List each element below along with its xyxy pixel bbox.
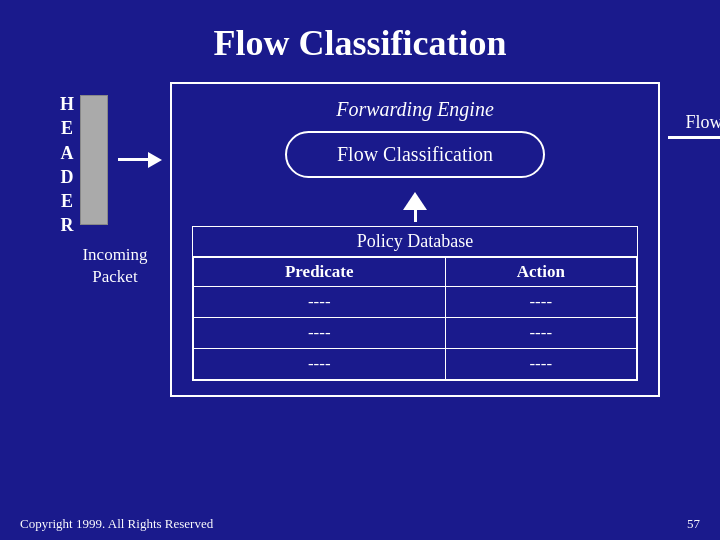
table-row: -------- [194,318,637,349]
policy-database: Policy Database Predicate Action -------… [192,226,638,381]
cell-r0-c1: ---- [445,287,636,318]
cell-r1-c0: ---- [194,318,446,349]
header-letter-d: D [61,165,74,189]
cell-r1-c1: ---- [445,318,636,349]
cell-r2-c0: ---- [194,349,446,380]
header-letter-h: H [60,92,74,116]
table-row: -------- [194,287,637,318]
up-arrow-icon [192,192,638,222]
flow-classification-oval: Flow Classification [285,131,545,178]
header-label: H E A D E R [60,82,74,238]
policy-db-title: Policy Database [193,227,637,257]
footer: Copyright 1999. All Rights Reserved 57 [0,516,720,532]
flow-index-label: Flow Index [686,112,720,133]
right-arrow-icon [118,152,162,168]
page-title: Flow Classification [0,0,720,82]
header-letter-r: R [61,213,74,237]
page-number: 57 [687,516,700,532]
copyright-text: Copyright 1999. All Rights Reserved [20,516,213,532]
diagram-area: Forwarding Engine Flow Classification Po… [170,82,680,397]
forwarding-engine-box: Forwarding Engine Flow Classification Po… [170,82,660,397]
header-letter-e2: E [61,189,73,213]
cell-r0-c0: ---- [194,287,446,318]
header-letter-a: A [61,141,74,165]
packet-rect [80,95,108,225]
col-action: Action [445,258,636,287]
forwarding-engine-label: Forwarding Engine [192,98,638,121]
col-predicate: Predicate [194,258,446,287]
incoming-packet-label: Incoming Packet [82,244,147,288]
table-row: -------- [194,349,637,380]
cell-r2-c1: ---- [445,349,636,380]
header-letter-e: E [61,116,73,140]
policy-table: Predicate Action -----------------------… [193,257,637,380]
